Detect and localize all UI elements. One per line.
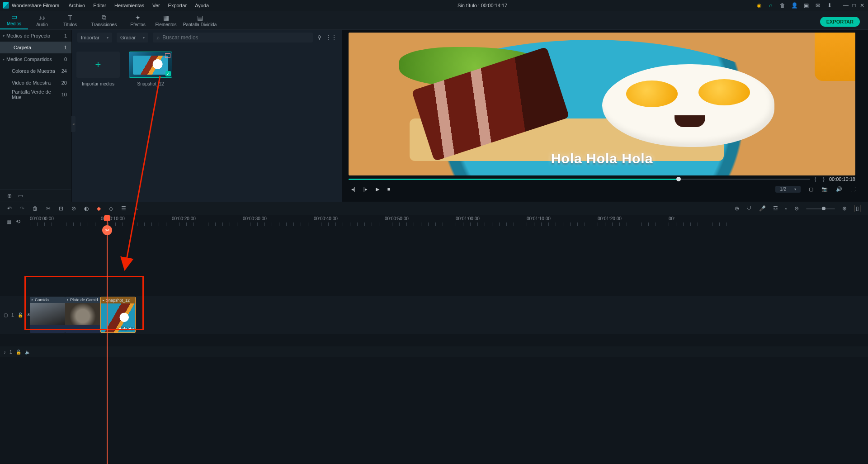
link-icon[interactable]: ⟲ [16,218,20,225]
track-video-icon: ▢ [4,312,8,317]
search-input[interactable]: ⌕Buscar medios [153,33,313,43]
lock-icon[interactable]: 🔓 [16,350,21,355]
tab-titulos[interactable]: TTítulos [56,14,84,29]
elements-icon: ▦ [152,14,180,21]
list-icon[interactable]: ☲ [773,205,778,212]
audio-wave-icon[interactable]: ∿ [134,205,139,212]
trash-icon[interactable]: 🗑 [779,2,786,9]
timeline-tracks[interactable]: ▢1 🔓 👁 Comida Plato de Comid Snapshot_12… [0,228,868,463]
preview-controls: ◂| |▸ ▶ ■ 1/2 ▢ 📷 🔊 ⛶ [349,183,855,195]
zoom-in-button[interactable]: ⊕ [842,205,847,212]
snapshot-tile[interactable]: ✓ Snapshot_12 [129,52,172,86]
lib-colores[interactable]: Colores de Muestra24 [0,65,71,77]
tab-transiciones[interactable]: ⧉Transiciones [84,14,124,29]
preview-timecode: 00:00:10:18 [829,176,855,182]
stop-button[interactable]: ■ [387,186,391,192]
lock-icon[interactable]: 🔓 [18,312,23,317]
mail-icon[interactable]: ✉ [815,2,821,9]
profile-icon[interactable]: 👤 [791,2,797,9]
maximize-button[interactable]: □ [851,2,857,9]
cut-button[interactable]: ✂ [46,205,51,212]
add-folder-icon[interactable]: ⊕ [7,193,12,199]
lib-video-muestra[interactable]: Video de Muestra20 [0,77,71,89]
menu-herramientas[interactable]: Herramientas [114,3,144,8]
menu-exportar[interactable]: Exportar [168,3,187,8]
grid-icon[interactable]: ⋮⋮ [326,34,337,41]
lightbulb-icon[interactable]: ◉ [756,2,762,9]
import-label: Importar medios [76,81,120,86]
undo-button[interactable]: ↶ [7,205,12,212]
record-dropdown[interactable]: Grabar [117,33,148,43]
lib-carpeta[interactable]: Carpeta1 [0,42,71,53]
transition-icon: ⧉ [84,14,124,21]
mute-icon[interactable]: 🔈 [25,350,30,355]
import-media-tile[interactable]: + Importar medios [76,52,120,86]
redo-button[interactable]: ↷ [20,205,24,212]
play-button[interactable]: ▶ [376,186,379,192]
tab-pantalla-dividida[interactable]: ▤Pantalla Dividida [180,14,220,29]
audio-track-1[interactable]: ♪1 🔓 🔈 [0,346,868,357]
download-icon[interactable]: ⬇ [826,2,833,9]
tab-efectos[interactable]: ✦Efectos [124,14,152,29]
tab-audio[interactable]: ♪♪Audio [28,14,56,29]
save-icon[interactable]: ▣ [803,2,809,9]
split-handle-icon[interactable]: ✂ [102,225,112,235]
text-icon: T [56,14,84,21]
video-track-1[interactable]: ▢1 🔓 👁 Comida Plato de Comid Snapshot_12… [0,296,868,334]
minimize-button[interactable]: — [843,2,849,9]
fullscreen-icon[interactable]: ⛶ [850,186,855,192]
snapshot-button[interactable]: 📷 [821,186,828,192]
adjust-icon[interactable]: ☰ [121,205,126,212]
timeline-ruler[interactable]: ▦ ⟲ 00:00:00:00 00:00:10:00 00:00:20:00 … [0,215,868,228]
zoom-slider[interactable] [806,208,835,209]
playhead[interactable]: ✂ [107,215,108,464]
speed-button[interactable]: ⊘ [71,205,76,212]
menu-editar[interactable]: Editar [93,3,106,8]
preview-video[interactable]: Hola Hola Hola [349,33,855,175]
crop-button[interactable]: ⊡ [59,205,63,212]
lib-pantalla-verde[interactable]: Pantalla Verde de Mue10 [0,89,71,100]
image-badge-icon [165,53,170,58]
clip-snapshot[interactable]: Snapshot_12 Hola Ho [100,297,136,333]
track-layout-icon[interactable]: ▦ [6,218,11,225]
tab-medios[interactable]: ▭Medios [0,13,28,29]
lib-medios-proyecto[interactable]: Medios de Proyecto1 [0,30,71,42]
folder-icon[interactable]: ▭ [18,193,23,199]
export-button[interactable]: EXPORTAR [820,17,860,27]
audio-icon: ♪♪ [28,14,56,21]
prev-frame-button[interactable]: ◂| [351,186,355,192]
headphones-icon[interactable]: ∩ [768,2,774,9]
ribbon: ▭Medios ♪♪Audio TTítulos ⧉Transiciones ✦… [0,11,868,30]
menu-ayuda[interactable]: Ayuda [195,3,209,8]
lib-medios-compartidos[interactable]: Medios Compartidos0 [0,53,71,65]
marker-add-icon[interactable]: ▫ [785,205,787,212]
color-button[interactable]: ◐ [84,205,89,212]
search-icon: ⌕ [156,34,160,41]
preview-panel: Hola Hola Hola {} 00:00:10:18 ◂| |▸ ▶ ■ … [342,30,868,202]
monitor-icon[interactable]: ▢ [809,186,813,192]
volume-icon[interactable]: 🔊 [836,186,842,192]
marker-button[interactable]: ◇ [109,205,113,212]
zoom-fit-button[interactable]: ▯ [854,205,861,212]
media-grid: + Importar medios ✓ Snapshot_12 [72,45,342,202]
menu-bar: Archivo Editar Herramientas Ver Exportar… [69,3,209,8]
next-frame-button[interactable]: |▸ [363,186,368,192]
mixer-icon[interactable]: ⊚ [735,205,739,212]
import-dropdown[interactable]: Importar [77,33,112,43]
tab-elementos[interactable]: ▦Elementos [152,14,180,29]
clip-plato[interactable]: Plato de Comid [65,297,100,333]
scrub-knob[interactable] [676,177,681,181]
zoom-out-button[interactable]: ⊖ [794,205,799,212]
shield-icon[interactable]: ⛉ [746,205,752,212]
preview-scrubber[interactable]: {} 00:00:10:18 [349,175,855,183]
keyframe-button[interactable]: ◆ [97,205,101,212]
delete-button[interactable]: 🗑 [33,205,38,212]
menu-ver[interactable]: Ver [152,3,160,8]
filter-icon[interactable]: ⚲ [317,34,321,41]
menu-archivo[interactable]: Archivo [69,3,85,8]
close-button[interactable]: ✕ [859,2,865,9]
zoom-ratio-dropdown[interactable]: 1/2 [775,186,801,193]
mic-icon[interactable]: 🎤 [759,205,766,212]
collapse-handle[interactable]: ◂ [71,116,75,132]
clip-comida[interactable]: Comida [30,297,65,333]
